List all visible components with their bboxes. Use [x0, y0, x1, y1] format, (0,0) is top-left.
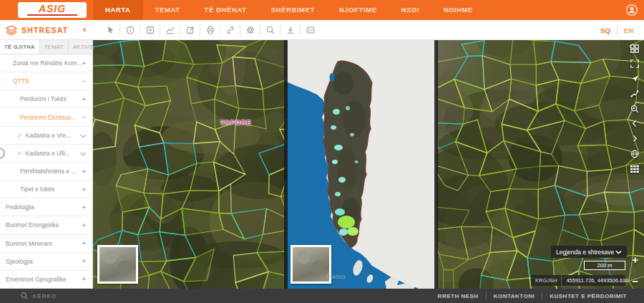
chevron-down-icon[interactable] — [80, 134, 87, 138]
link-tool-icon[interactable] — [220, 24, 240, 37]
nav-item-njoftime[interactable]: NJOFTIME — [327, 0, 389, 20]
swipe-divider-left[interactable] — [284, 40, 288, 289]
layer-row-tipet-tokes[interactable]: Tipet e tokës+ — [0, 181, 92, 198]
search-icon — [20, 292, 29, 300]
layers-sidebar: TË GJITHA TEMAT AKTIVE Zonat me Rëndësi … — [0, 40, 93, 289]
checkbox-checked-icon[interactable]: ✓ — [17, 132, 23, 139]
link-rreth-nesh[interactable]: RRETH NESH — [431, 293, 486, 299]
map-viewport[interactable]: VAPORE © ASIG — [93, 40, 644, 289]
tab-te-gjitha[interactable]: TË GJITHA — [0, 40, 40, 54]
legend-dropdown[interactable]: Legjenda e shtresave — [551, 246, 627, 258]
link-kontaktoni[interactable]: KONTAKTONI — [487, 293, 542, 299]
layer-tree: Zonat me Rëndësi Kom...+ QTTB− Përdorimi… — [0, 54, 92, 289]
layer-row-emertimet[interactable]: Emërtimet Gjeografike+ — [0, 271, 92, 289]
lang-sq[interactable]: SQ — [594, 27, 617, 34]
nav-item-ndihme[interactable]: NDIHME — [431, 0, 485, 20]
expand-icon[interactable]: + — [82, 95, 86, 103]
layer-row-perdorimi-ekzistues[interactable]: Përdorimi Ekzistue...− — [0, 108, 92, 126]
download-tool-icon[interactable] — [280, 24, 301, 37]
layer-row-burimet-energjetike[interactable]: Burimet Energjetike+ — [0, 216, 92, 234]
swipe-divider-right[interactable] — [434, 40, 438, 289]
expand-icon[interactable]: + — [82, 257, 86, 265]
search-input[interactable]: KËRKO — [0, 292, 431, 300]
map-tools — [100, 20, 321, 40]
collapse-sidebar-button[interactable]: ‹ — [80, 20, 89, 40]
nav-item-te-dhenat[interactable]: TË DHËNAT — [192, 0, 259, 20]
panel-title: SHTRESAT — [21, 26, 68, 34]
layer-row-burimet-minerare[interactable]: Burimet Minerare+ — [0, 235, 92, 253]
expand-icon[interactable]: + — [82, 186, 86, 193]
info-tool-icon[interactable] — [120, 24, 140, 37]
windows-layout-icon[interactable] — [629, 43, 640, 54]
expand-icon[interactable]: + — [82, 203, 86, 211]
measure-line-icon[interactable] — [629, 88, 640, 99]
language-switcher: SQ EN — [594, 20, 640, 40]
zoom-in-button[interactable]: + — [632, 255, 638, 265]
footer-bar: KËRKO RRETH NESH KONTAKTONI KUSHTET E PË… — [0, 289, 644, 303]
nav-item-harta[interactable]: HARTA — [93, 0, 143, 20]
pointer-tool-icon[interactable] — [100, 24, 120, 37]
sidebar-tabs: TË GJITHA TEMAT AKTIVE — [0, 40, 92, 54]
lang-en[interactable]: EN — [618, 27, 640, 34]
overview-thumbnail-center[interactable] — [291, 245, 331, 284]
nav-item-nsdi[interactable]: NSDI — [389, 0, 431, 20]
map-side-toolbar — [629, 43, 640, 174]
chevron-right-icon[interactable] — [629, 133, 640, 144]
image-export-tool-icon[interactable] — [301, 24, 321, 37]
zoom-box-icon[interactable] — [629, 103, 640, 114]
search-tool-icon[interactable] — [260, 24, 280, 37]
locate-arrow-icon[interactable] — [629, 73, 640, 84]
expand-icon[interactable]: + — [82, 221, 86, 229]
asig-geoportal-app: ASIG HARTA TEMAT TË DHËNAT SHËRBIMET NJO… — [0, 0, 644, 303]
layer-row-perdorimi-tokes[interactable]: Përdorimi i Tokës+ — [0, 90, 92, 108]
asig-logo-tagline-bar — [27, 14, 77, 16]
search-placeholder: KËRKO — [33, 293, 57, 299]
settings-tool-icon[interactable] — [240, 24, 260, 37]
link-kushtet[interactable]: KUSHTET E PËRDORIMIT — [542, 293, 634, 299]
layer-row-kadastra-vre[interactable]: ✓ Kadastra e Vre... — [0, 127, 92, 145]
collapse-icon[interactable]: − — [82, 77, 86, 85]
tab-temat[interactable]: TEMAT — [40, 40, 69, 54]
attribute-grid-icon[interactable] — [629, 163, 640, 174]
layer-row-pershtatshmeria[interactable]: Përshtatshmëria e ...+ — [0, 163, 92, 181]
chevron-left-icon[interactable] — [629, 118, 640, 129]
tool-ribbon: SHTRESAT ‹ — [0, 20, 644, 40]
expand-icon[interactable]: + — [82, 239, 86, 247]
basemap-globe-icon[interactable] — [629, 148, 640, 159]
scale-bar: 200 m — [584, 261, 625, 270]
place-name-label: VAPORE — [220, 119, 251, 126]
fullscreen-icon[interactable] — [629, 58, 640, 69]
layer-row-pedologjia[interactable]: Pedologjia+ — [0, 198, 92, 216]
expand-icon[interactable]: + — [82, 59, 86, 67]
nav-item-sherbimet[interactable]: SHËRBIMET — [259, 0, 327, 20]
layer-row-gjeologjia[interactable]: Gjeologjia+ — [0, 253, 92, 271]
edit-tool-icon[interactable] — [180, 24, 200, 37]
nav-item-temat[interactable]: TEMAT — [143, 0, 192, 20]
coordinate-readout: KRGJSH 455911.726, 4493506.630 — [531, 275, 625, 286]
chevron-down-icon[interactable] — [80, 152, 87, 156]
checkbox-checked-icon[interactable]: ✓ — [17, 150, 23, 157]
collapse-icon[interactable]: − — [82, 113, 86, 121]
loading-spinner-icon — [0, 148, 5, 159]
profile-chart-tool-icon[interactable] — [160, 24, 180, 37]
asig-logo-text: ASIG — [39, 4, 66, 14]
layer-row-kadastra-ulli[interactable]: ✓ Kadastra e Ulli... — [0, 145, 92, 163]
asig-logo[interactable]: ASIG — [18, 2, 87, 18]
layer-row-zonat[interactable]: Zonat me Rëndësi Kom...+ — [0, 54, 92, 72]
overview-thumbnail-left[interactable] — [97, 245, 138, 284]
user-account-icon[interactable] — [625, 4, 638, 16]
topbar: ASIG HARTA TEMAT TË DHËNAT SHËRBIMET NJO… — [0, 0, 644, 20]
add-layer-tool-icon[interactable] — [140, 24, 160, 37]
legend-label: Legjenda e shtresave — [556, 249, 614, 256]
coordinate-value: 455911.726, 4493506.630 — [562, 277, 633, 284]
expand-icon[interactable]: + — [82, 168, 86, 175]
crs-label: KRGJSH — [531, 275, 562, 286]
layer-row-qttb[interactable]: QTTB− — [0, 72, 92, 90]
main-nav: HARTA TEMAT TË DHËNAT SHËRBIMET NJOFTIME… — [93, 0, 485, 20]
expand-icon[interactable]: + — [82, 275, 86, 283]
print-tool-icon[interactable] — [200, 24, 220, 37]
footer-links: RRETH NESH KONTAKTONI KUSHTET E PËRDORIM… — [431, 292, 644, 299]
zoom-out-button[interactable]: − — [632, 276, 638, 287]
chevron-down-icon — [615, 250, 622, 254]
map-attribution: © ASIG — [326, 274, 346, 280]
